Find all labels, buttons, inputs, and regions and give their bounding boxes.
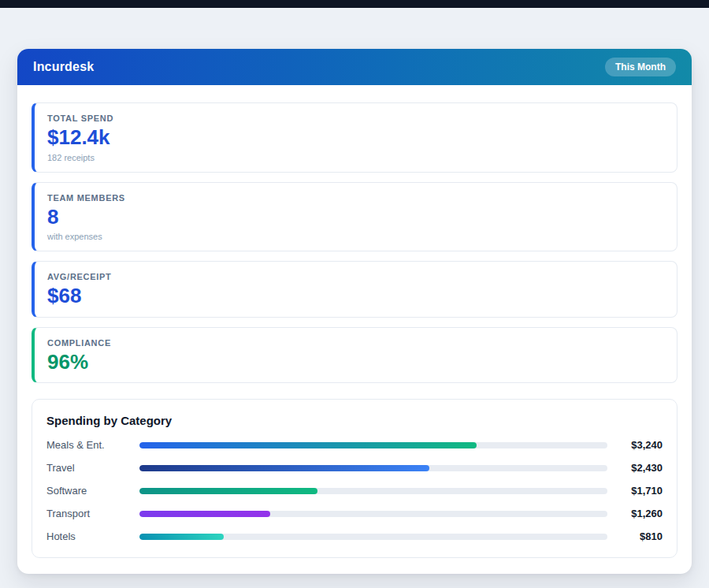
stat-card-total-spend: TOTAL SPEND $12.4k 182 receipts — [32, 102, 677, 173]
dashboard-card: Incurdesk This Month TOTAL SPEND $12.4k … — [17, 49, 692, 574]
period-selector-badge[interactable]: This Month — [605, 58, 676, 76]
category-label: Transport — [46, 508, 139, 519]
category-value: $3,240 — [607, 439, 663, 451]
bar-track — [139, 442, 607, 448]
bar-fill-transport — [139, 511, 270, 517]
bar-track — [139, 465, 607, 471]
category-value: $810 — [607, 530, 663, 542]
dashboard-content: TOTAL SPEND $12.4k 182 receipts TEAM MEM… — [17, 85, 692, 574]
stat-label: COMPLIANCE — [47, 338, 664, 348]
stat-value: $68 — [47, 285, 664, 307]
chart-row-software: Software $1,710 — [46, 484, 663, 497]
stat-label: TOTAL SPEND — [47, 114, 664, 123]
bar-track — [139, 488, 607, 494]
stat-label: TEAM MEMBERS — [47, 193, 664, 203]
app-title: Incurdesk — [33, 60, 94, 74]
stat-subtext: with expenses — [47, 232, 664, 241]
category-label: Travel — [46, 462, 139, 474]
bar-fill-hotels — [139, 534, 224, 540]
stat-value: $12.4k — [47, 126, 664, 149]
bar-track — [139, 534, 607, 540]
bar-fill-travel — [139, 465, 429, 471]
chart-row-hotels: Hotels $810 — [46, 530, 663, 543]
category-label: Hotels — [46, 530, 139, 542]
bar-track — [139, 511, 607, 517]
stat-value: 96% — [47, 351, 664, 374]
chart-row-meals: Meals & Ent. $3,240 — [46, 438, 663, 452]
category-label: Meals & Ent. — [46, 439, 139, 451]
stat-card-team-members: TEAM MEMBERS 8 with expenses — [32, 182, 677, 252]
category-value: $1,710 — [607, 485, 663, 497]
top-bar — [0, 0, 709, 8]
spending-by-category-chart: Spending by Category Meals & Ent. $3,240… — [32, 399, 677, 558]
chart-row-transport: Transport $1,260 — [46, 507, 663, 520]
chart-title: Spending by Category — [46, 414, 663, 427]
stat-value: 8 — [47, 206, 664, 229]
category-label: Software — [46, 485, 139, 497]
bar-fill-software — [139, 488, 317, 494]
stat-subtext: 182 receipts — [47, 153, 664, 162]
stat-label: AVG/RECEIPT — [47, 272, 664, 281]
stat-card-compliance: COMPLIANCE 96% — [32, 327, 677, 384]
app-header: Incurdesk This Month — [17, 49, 692, 85]
chart-row-travel: Travel $2,430 — [46, 461, 663, 474]
category-value: $2,430 — [607, 462, 663, 474]
stat-card-avg-receipt: AVG/RECEIPT $68 — [32, 261, 677, 318]
bar-fill-meals — [139, 442, 477, 448]
category-value: $1,260 — [607, 508, 663, 519]
